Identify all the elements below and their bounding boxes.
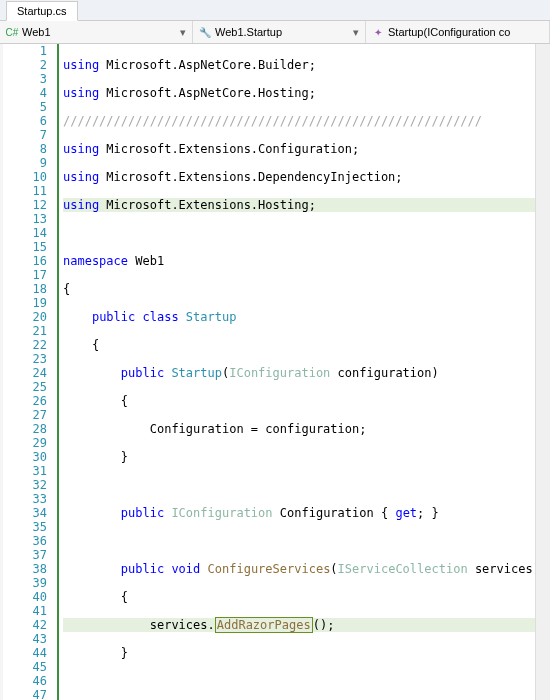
line-number: 23 bbox=[3, 352, 47, 366]
nav-method-label: Startup(IConfiguration co bbox=[388, 26, 510, 38]
line-number: 2 bbox=[3, 58, 47, 72]
line-number: 43 bbox=[3, 632, 47, 646]
line-number: 11 bbox=[3, 184, 47, 198]
line-number: 3 bbox=[3, 72, 47, 86]
line-number: 20 bbox=[3, 310, 47, 324]
line-number: 19 bbox=[3, 296, 47, 310]
line-number: 30 bbox=[3, 450, 47, 464]
nav-class-label: Web1.Startup bbox=[215, 26, 282, 38]
line-number: 9 bbox=[3, 156, 47, 170]
line-number: 47 bbox=[3, 688, 47, 700]
line-number: 18 bbox=[3, 282, 47, 296]
line-number: 17 bbox=[3, 268, 47, 282]
line-number: 34 bbox=[3, 506, 47, 520]
line-number: 32 bbox=[3, 478, 47, 492]
line-number: 38 bbox=[3, 562, 47, 576]
line-number-gutter: 1234567891011121314151617181920212223242… bbox=[3, 44, 59, 700]
line-number: 6 bbox=[3, 114, 47, 128]
csharp-icon: C# bbox=[6, 26, 18, 38]
line-number: 7 bbox=[3, 128, 47, 142]
line-number: 29 bbox=[3, 436, 47, 450]
chevron-down-icon: ▾ bbox=[180, 26, 186, 39]
line-number: 22 bbox=[3, 338, 47, 352]
line-number: 45 bbox=[3, 660, 47, 674]
file-tab-label: Startup.cs bbox=[17, 5, 67, 17]
line-number: 14 bbox=[3, 226, 47, 240]
vertical-scrollbar[interactable] bbox=[535, 44, 550, 700]
line-number: 21 bbox=[3, 324, 47, 338]
class-icon: 🔧 bbox=[199, 26, 211, 38]
line-number: 13 bbox=[3, 212, 47, 226]
line-number: 36 bbox=[3, 534, 47, 548]
tab-bar: Startup.cs bbox=[0, 0, 550, 21]
line-number: 27 bbox=[3, 408, 47, 422]
line-number: 37 bbox=[3, 548, 47, 562]
line-number: 8 bbox=[3, 142, 47, 156]
navigation-bar: C# Web1 ▾ 🔧 Web1.Startup ▾ ✦ Startup(ICo… bbox=[0, 21, 550, 44]
line-number: 5 bbox=[3, 100, 47, 114]
line-number: 12 bbox=[3, 198, 47, 212]
code-editor[interactable]: 1234567891011121314151617181920212223242… bbox=[0, 44, 550, 700]
line-number: 35 bbox=[3, 520, 47, 534]
line-number: 16 bbox=[3, 254, 47, 268]
line-number: 15 bbox=[3, 240, 47, 254]
line-number: 24 bbox=[3, 366, 47, 380]
code-area[interactable]: using Microsoft.AspNetCore.Builder; usin… bbox=[59, 44, 535, 700]
line-number: 33 bbox=[3, 492, 47, 506]
line-number: 25 bbox=[3, 380, 47, 394]
nav-project-label: Web1 bbox=[22, 26, 51, 38]
line-number: 42 bbox=[3, 618, 47, 632]
method-icon: ✦ bbox=[372, 26, 384, 38]
chevron-down-icon: ▾ bbox=[353, 26, 359, 39]
nav-class-dropdown[interactable]: 🔧 Web1.Startup ▾ bbox=[193, 21, 366, 43]
line-number: 28 bbox=[3, 422, 47, 436]
line-number: 10 bbox=[3, 170, 47, 184]
line-number: 26 bbox=[3, 394, 47, 408]
file-tab-startup[interactable]: Startup.cs bbox=[6, 1, 78, 21]
line-number: 4 bbox=[3, 86, 47, 100]
line-number: 1 bbox=[3, 44, 47, 58]
line-number: 41 bbox=[3, 604, 47, 618]
line-number: 31 bbox=[3, 464, 47, 478]
nav-method-dropdown[interactable]: ✦ Startup(IConfiguration co bbox=[366, 21, 550, 43]
nav-project-dropdown[interactable]: C# Web1 ▾ bbox=[0, 21, 193, 43]
line-number: 40 bbox=[3, 590, 47, 604]
line-number: 46 bbox=[3, 674, 47, 688]
line-number: 44 bbox=[3, 646, 47, 660]
line-number: 39 bbox=[3, 576, 47, 590]
highlight-addrazorpages: AddRazorPages bbox=[215, 617, 313, 633]
